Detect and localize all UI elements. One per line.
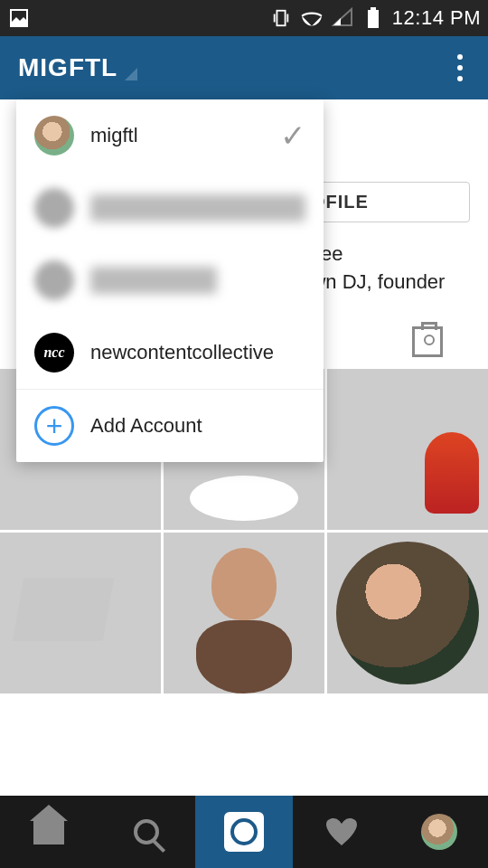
account-avatar (34, 188, 74, 228)
wifi-icon (300, 6, 324, 30)
account-switcher-trigger[interactable]: MIGFTL (18, 53, 137, 82)
search-icon (134, 819, 159, 844)
svg-rect-3 (371, 7, 376, 10)
vibrate-icon (269, 6, 293, 30)
header-username: MIGFTL (18, 53, 117, 82)
profile-avatar-icon (421, 814, 457, 850)
android-status-bar: 12:14 PM (0, 0, 488, 36)
battery-icon (361, 6, 385, 30)
account-name: newcontentcollective (90, 341, 274, 364)
account-avatar (34, 260, 74, 300)
account-option-redacted[interactable] (16, 172, 324, 244)
account-avatar: ncc (34, 333, 74, 373)
grid-photo[interactable] (327, 369, 488, 530)
nav-home[interactable] (0, 796, 98, 868)
svg-rect-1 (277, 11, 285, 26)
nav-profile[interactable] (390, 796, 488, 868)
app-header: MIGFTL (0, 36, 488, 99)
signal-icon (331, 6, 354, 30)
account-option-redacted[interactable] (16, 244, 324, 316)
check-icon: ✓ (280, 118, 305, 154)
overflow-menu-button[interactable] (450, 47, 470, 89)
tag-person-icon (412, 326, 443, 357)
account-option-ncc[interactable]: ncc newcontentcollective (16, 316, 324, 389)
status-clock: 12:14 PM (392, 6, 481, 30)
home-icon (33, 819, 64, 844)
account-name-redacted (90, 194, 305, 222)
nav-search[interactable] (98, 796, 195, 868)
heart-icon (326, 818, 357, 845)
account-name: migftl (90, 124, 138, 147)
nav-camera[interactable] (195, 796, 293, 868)
nav-activity[interactable] (293, 796, 390, 868)
account-switcher-dropdown: migftl ✓ ncc newcontentcollective + Add … (16, 99, 324, 462)
image-icon (7, 6, 31, 30)
grid-photo[interactable] (164, 533, 324, 693)
grid-photo[interactable] (327, 533, 488, 693)
add-account-label: Add Account (90, 414, 202, 438)
add-account-button[interactable]: + Add Account (16, 390, 324, 462)
dropdown-indicator-icon (125, 68, 137, 80)
plus-icon: + (34, 406, 74, 446)
account-option-migftl[interactable]: migftl ✓ (16, 99, 324, 172)
grid-photo[interactable] (0, 533, 161, 693)
bottom-nav (0, 796, 488, 868)
svg-rect-2 (368, 10, 379, 28)
tab-tagged[interactable] (366, 315, 488, 369)
camera-icon (224, 812, 264, 852)
account-name-redacted (90, 267, 217, 294)
account-avatar (34, 116, 74, 156)
